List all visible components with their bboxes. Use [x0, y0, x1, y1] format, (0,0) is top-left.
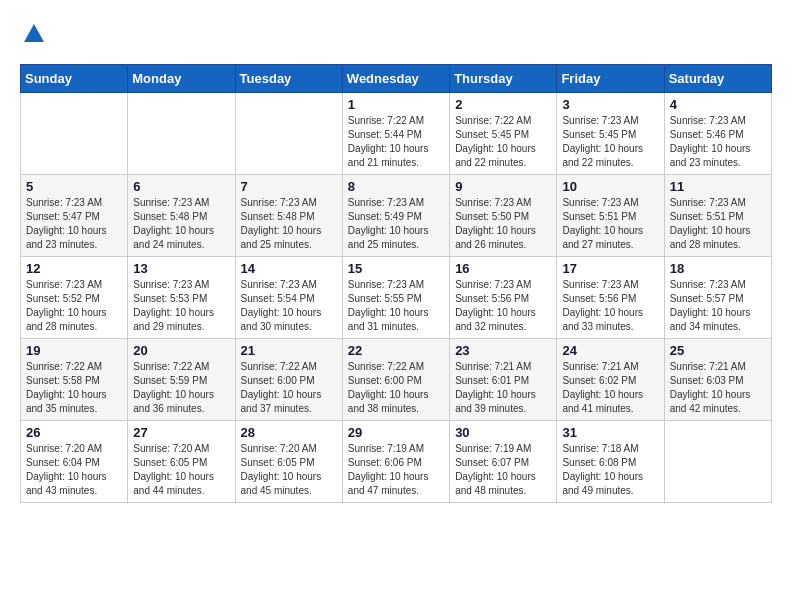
- calendar-cell: 8Sunrise: 7:23 AM Sunset: 5:49 PM Daylig…: [342, 175, 449, 257]
- cell-info: Sunrise: 7:22 AM Sunset: 5:59 PM Dayligh…: [133, 360, 229, 416]
- calendar-cell: 20Sunrise: 7:22 AM Sunset: 5:59 PM Dayli…: [128, 339, 235, 421]
- logo-icon: [20, 20, 48, 48]
- calendar-week-row: 26Sunrise: 7:20 AM Sunset: 6:04 PM Dayli…: [21, 421, 772, 503]
- day-number: 23: [455, 343, 551, 358]
- calendar-cell: 14Sunrise: 7:23 AM Sunset: 5:54 PM Dayli…: [235, 257, 342, 339]
- cell-info: Sunrise: 7:18 AM Sunset: 6:08 PM Dayligh…: [562, 442, 658, 498]
- cell-info: Sunrise: 7:23 AM Sunset: 5:48 PM Dayligh…: [241, 196, 337, 252]
- day-number: 19: [26, 343, 122, 358]
- cell-info: Sunrise: 7:22 AM Sunset: 6:00 PM Dayligh…: [241, 360, 337, 416]
- cell-info: Sunrise: 7:19 AM Sunset: 6:06 PM Dayligh…: [348, 442, 444, 498]
- day-number: 26: [26, 425, 122, 440]
- day-of-week-header: Thursday: [450, 65, 557, 93]
- day-number: 3: [562, 97, 658, 112]
- cell-info: Sunrise: 7:22 AM Sunset: 5:45 PM Dayligh…: [455, 114, 551, 170]
- logo: [20, 20, 52, 48]
- cell-info: Sunrise: 7:23 AM Sunset: 5:55 PM Dayligh…: [348, 278, 444, 334]
- calendar-cell: 17Sunrise: 7:23 AM Sunset: 5:56 PM Dayli…: [557, 257, 664, 339]
- cell-info: Sunrise: 7:20 AM Sunset: 6:05 PM Dayligh…: [241, 442, 337, 498]
- day-number: 24: [562, 343, 658, 358]
- cell-info: Sunrise: 7:20 AM Sunset: 6:04 PM Dayligh…: [26, 442, 122, 498]
- cell-info: Sunrise: 7:23 AM Sunset: 5:49 PM Dayligh…: [348, 196, 444, 252]
- day-number: 12: [26, 261, 122, 276]
- day-number: 20: [133, 343, 229, 358]
- day-number: 14: [241, 261, 337, 276]
- cell-info: Sunrise: 7:22 AM Sunset: 6:00 PM Dayligh…: [348, 360, 444, 416]
- cell-info: Sunrise: 7:23 AM Sunset: 5:47 PM Dayligh…: [26, 196, 122, 252]
- calendar-cell: 28Sunrise: 7:20 AM Sunset: 6:05 PM Dayli…: [235, 421, 342, 503]
- day-number: 4: [670, 97, 766, 112]
- calendar-cell: [21, 93, 128, 175]
- cell-info: Sunrise: 7:19 AM Sunset: 6:07 PM Dayligh…: [455, 442, 551, 498]
- calendar-cell: 15Sunrise: 7:23 AM Sunset: 5:55 PM Dayli…: [342, 257, 449, 339]
- calendar-week-row: 19Sunrise: 7:22 AM Sunset: 5:58 PM Dayli…: [21, 339, 772, 421]
- calendar-week-row: 12Sunrise: 7:23 AM Sunset: 5:52 PM Dayli…: [21, 257, 772, 339]
- calendar-cell: 3Sunrise: 7:23 AM Sunset: 5:45 PM Daylig…: [557, 93, 664, 175]
- calendar-cell: 7Sunrise: 7:23 AM Sunset: 5:48 PM Daylig…: [235, 175, 342, 257]
- day-of-week-header: Sunday: [21, 65, 128, 93]
- day-number: 16: [455, 261, 551, 276]
- cell-info: Sunrise: 7:23 AM Sunset: 5:56 PM Dayligh…: [455, 278, 551, 334]
- calendar-cell: 25Sunrise: 7:21 AM Sunset: 6:03 PM Dayli…: [664, 339, 771, 421]
- cell-info: Sunrise: 7:23 AM Sunset: 5:50 PM Dayligh…: [455, 196, 551, 252]
- calendar-cell: 11Sunrise: 7:23 AM Sunset: 5:51 PM Dayli…: [664, 175, 771, 257]
- calendar-cell: 29Sunrise: 7:19 AM Sunset: 6:06 PM Dayli…: [342, 421, 449, 503]
- cell-info: Sunrise: 7:23 AM Sunset: 5:53 PM Dayligh…: [133, 278, 229, 334]
- calendar-cell: 6Sunrise: 7:23 AM Sunset: 5:48 PM Daylig…: [128, 175, 235, 257]
- calendar-cell: [664, 421, 771, 503]
- calendar-cell: 2Sunrise: 7:22 AM Sunset: 5:45 PM Daylig…: [450, 93, 557, 175]
- cell-info: Sunrise: 7:23 AM Sunset: 5:51 PM Dayligh…: [562, 196, 658, 252]
- day-number: 27: [133, 425, 229, 440]
- calendar-table: SundayMondayTuesdayWednesdayThursdayFrid…: [20, 64, 772, 503]
- cell-info: Sunrise: 7:22 AM Sunset: 5:58 PM Dayligh…: [26, 360, 122, 416]
- calendar-cell: 22Sunrise: 7:22 AM Sunset: 6:00 PM Dayli…: [342, 339, 449, 421]
- day-number: 6: [133, 179, 229, 194]
- calendar-week-row: 1Sunrise: 7:22 AM Sunset: 5:44 PM Daylig…: [21, 93, 772, 175]
- calendar-cell: 16Sunrise: 7:23 AM Sunset: 5:56 PM Dayli…: [450, 257, 557, 339]
- calendar-header-row: SundayMondayTuesdayWednesdayThursdayFrid…: [21, 65, 772, 93]
- day-of-week-header: Wednesday: [342, 65, 449, 93]
- calendar-cell: [235, 93, 342, 175]
- cell-info: Sunrise: 7:22 AM Sunset: 5:44 PM Dayligh…: [348, 114, 444, 170]
- day-number: 22: [348, 343, 444, 358]
- svg-marker-0: [24, 24, 44, 42]
- cell-info: Sunrise: 7:23 AM Sunset: 5:57 PM Dayligh…: [670, 278, 766, 334]
- calendar-cell: 18Sunrise: 7:23 AM Sunset: 5:57 PM Dayli…: [664, 257, 771, 339]
- cell-info: Sunrise: 7:23 AM Sunset: 5:51 PM Dayligh…: [670, 196, 766, 252]
- page-header: [20, 20, 772, 48]
- day-number: 1: [348, 97, 444, 112]
- day-of-week-header: Monday: [128, 65, 235, 93]
- day-number: 31: [562, 425, 658, 440]
- day-number: 21: [241, 343, 337, 358]
- cell-info: Sunrise: 7:23 AM Sunset: 5:54 PM Dayligh…: [241, 278, 337, 334]
- day-number: 17: [562, 261, 658, 276]
- day-number: 18: [670, 261, 766, 276]
- calendar-cell: 21Sunrise: 7:22 AM Sunset: 6:00 PM Dayli…: [235, 339, 342, 421]
- calendar-cell: 24Sunrise: 7:21 AM Sunset: 6:02 PM Dayli…: [557, 339, 664, 421]
- day-number: 30: [455, 425, 551, 440]
- day-number: 9: [455, 179, 551, 194]
- day-number: 10: [562, 179, 658, 194]
- cell-info: Sunrise: 7:23 AM Sunset: 5:45 PM Dayligh…: [562, 114, 658, 170]
- day-of-week-header: Friday: [557, 65, 664, 93]
- calendar-cell: [128, 93, 235, 175]
- cell-info: Sunrise: 7:21 AM Sunset: 6:01 PM Dayligh…: [455, 360, 551, 416]
- calendar-cell: 5Sunrise: 7:23 AM Sunset: 5:47 PM Daylig…: [21, 175, 128, 257]
- cell-info: Sunrise: 7:20 AM Sunset: 6:05 PM Dayligh…: [133, 442, 229, 498]
- calendar-cell: 23Sunrise: 7:21 AM Sunset: 6:01 PM Dayli…: [450, 339, 557, 421]
- day-of-week-header: Saturday: [664, 65, 771, 93]
- calendar-cell: 1Sunrise: 7:22 AM Sunset: 5:44 PM Daylig…: [342, 93, 449, 175]
- calendar-cell: 26Sunrise: 7:20 AM Sunset: 6:04 PM Dayli…: [21, 421, 128, 503]
- cell-info: Sunrise: 7:23 AM Sunset: 5:56 PM Dayligh…: [562, 278, 658, 334]
- day-number: 7: [241, 179, 337, 194]
- calendar-cell: 10Sunrise: 7:23 AM Sunset: 5:51 PM Dayli…: [557, 175, 664, 257]
- cell-info: Sunrise: 7:23 AM Sunset: 5:46 PM Dayligh…: [670, 114, 766, 170]
- cell-info: Sunrise: 7:23 AM Sunset: 5:52 PM Dayligh…: [26, 278, 122, 334]
- cell-info: Sunrise: 7:21 AM Sunset: 6:03 PM Dayligh…: [670, 360, 766, 416]
- calendar-cell: 31Sunrise: 7:18 AM Sunset: 6:08 PM Dayli…: [557, 421, 664, 503]
- day-number: 28: [241, 425, 337, 440]
- day-number: 25: [670, 343, 766, 358]
- cell-info: Sunrise: 7:23 AM Sunset: 5:48 PM Dayligh…: [133, 196, 229, 252]
- cell-info: Sunrise: 7:21 AM Sunset: 6:02 PM Dayligh…: [562, 360, 658, 416]
- calendar-cell: 9Sunrise: 7:23 AM Sunset: 5:50 PM Daylig…: [450, 175, 557, 257]
